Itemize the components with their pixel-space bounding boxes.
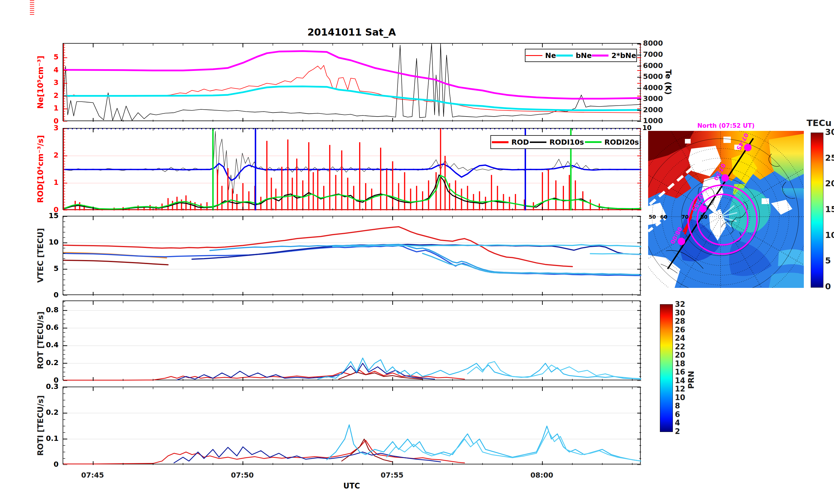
- te-tick-label: 7000: [643, 50, 672, 59]
- y-tick-label-ne: 5: [43, 53, 59, 62]
- lat-label-80: 80: [700, 214, 708, 220]
- x-axis-label: UTC: [331, 482, 372, 490]
- panel-roti: [63, 387, 641, 464]
- prn-tick-label: 20: [675, 351, 692, 359]
- prn-tick-label: 26: [675, 325, 692, 334]
- figure-screenshot: { "chart_data": { "type": "line", "title…: [0, 0, 834, 504]
- y-tick-label-rod: 3: [43, 124, 59, 132]
- ne-legend-line: [526, 55, 542, 56]
- lat-label-70: 70: [681, 214, 689, 220]
- prn-tick-label: 10: [675, 393, 692, 402]
- vtec-axis-label: VTEC [TECU]: [34, 216, 47, 295]
- rodi20s-legend-line: [585, 141, 601, 143]
- legend-label: 2*bNe: [611, 51, 636, 60]
- y-tick-label-roti: 0.2: [43, 408, 59, 417]
- legend-label: bNe: [576, 51, 592, 60]
- tecu-tick-label: 5: [825, 256, 834, 265]
- tecu-colorbar: [811, 133, 824, 288]
- cropped-axis-artifact: [30, 0, 34, 16]
- 2bne-legend-line: [592, 54, 609, 56]
- prn-colorbar: [660, 304, 673, 432]
- rod-legend-line: [492, 141, 508, 143]
- y-tick-label-roti: 0: [43, 460, 59, 469]
- y-tick-label-ne: 2: [43, 91, 59, 100]
- x-tick-label: 07:45: [72, 471, 113, 480]
- prn-tick-label: 4: [675, 418, 692, 427]
- prn-tick-label: 22: [675, 342, 692, 351]
- legend-rod-panel: ROD RODI10s RODI20s: [490, 135, 640, 149]
- y-tick-label-ne: 4: [43, 66, 59, 74]
- tecu-tick-label: 25: [825, 154, 834, 162]
- tecu-tick-label: 15: [825, 205, 834, 213]
- prn-tick-label: 32: [675, 300, 692, 308]
- y-tick-label-vtec: 0: [43, 291, 59, 299]
- x-tick-label: 07:55: [372, 471, 412, 480]
- legend-label: Ne: [545, 51, 556, 60]
- y-tick-label-rod: 1: [43, 178, 59, 187]
- y-tick-label-rot: 0.2: [43, 359, 59, 367]
- lat-label-60: 60: [660, 214, 667, 220]
- legend-label: RODI10s: [549, 138, 584, 146]
- y-tick-label-ne: 1: [43, 104, 59, 113]
- legend-label: RODI20s: [605, 138, 639, 146]
- roti-axis-label: ROTI [TECU/s]: [34, 387, 47, 464]
- legend-ne-panel: Ne bNe 2*bNe: [525, 49, 637, 62]
- te-tick-label: 8000: [643, 39, 672, 48]
- te-tick-label: 5000: [643, 72, 672, 81]
- y-tick-label-roti: 0.1: [43, 434, 59, 443]
- tec-cyan-streak: [778, 249, 804, 267]
- prn-tick-label: 18: [675, 359, 692, 368]
- y-tick-label-rot: 0.8: [43, 306, 59, 314]
- prn-tick-label: 28: [675, 317, 692, 325]
- prn-tick-label: 16: [675, 368, 692, 376]
- tecu-tick-label: 30: [825, 128, 834, 136]
- y-tick-label-rot: 0.6: [43, 323, 59, 332]
- tecu-tick-label: 0: [825, 282, 834, 291]
- polar-tec-map: 07:45 07:50 07:55 08:00 50 60 70 80: [648, 131, 804, 288]
- panel-vtec: [63, 216, 641, 295]
- panel-rot: [63, 300, 641, 380]
- te-tick-label: 2000: [643, 106, 672, 114]
- prn-tick-label: 14: [675, 376, 692, 385]
- y-tick-label-roti: 0.3: [43, 382, 59, 391]
- y-tick-label-rod: 2: [43, 151, 59, 160]
- te-tick-label: 1000: [643, 116, 672, 125]
- prn-tick-label: 6: [675, 410, 692, 419]
- y-tick-label-vtec: 15: [43, 211, 59, 220]
- prn-tick-label: 12: [675, 385, 692, 393]
- lat-label-50: 50: [649, 214, 656, 220]
- rod-axis-label: ROD[10⁴cm⁻³/s]: [34, 128, 47, 210]
- prn-tick-label: 8: [675, 402, 692, 410]
- tecu-tick-label: 20: [825, 179, 834, 188]
- bne-legend-line: [556, 54, 573, 56]
- y-tick-label-ne: 3: [43, 78, 59, 87]
- prn-tick-label: 24: [675, 334, 692, 342]
- tecu-tick-label: 10: [825, 231, 834, 239]
- y-tick-label-vtec: 10: [43, 238, 59, 247]
- y-tick-label-rot: 0.4: [43, 341, 59, 349]
- tecu-colorbar-title: TECu: [802, 118, 834, 128]
- rodi10s-legend-line: [530, 141, 546, 143]
- te-tick-label: 4000: [643, 84, 672, 92]
- y-tick-label-vtec: 5: [43, 264, 59, 273]
- te-tick-label: 6000: [643, 62, 672, 70]
- te-tick-label: 3000: [643, 94, 672, 103]
- x-tick-label: 08:00: [522, 471, 562, 480]
- prn-tick-label: 2: [675, 427, 692, 436]
- x-tick-label: 07:50: [222, 471, 262, 480]
- legend-label: ROD: [511, 138, 529, 146]
- prn-tick-label: 30: [675, 308, 692, 317]
- figure-title: 20141011 Sat_A: [63, 26, 641, 38]
